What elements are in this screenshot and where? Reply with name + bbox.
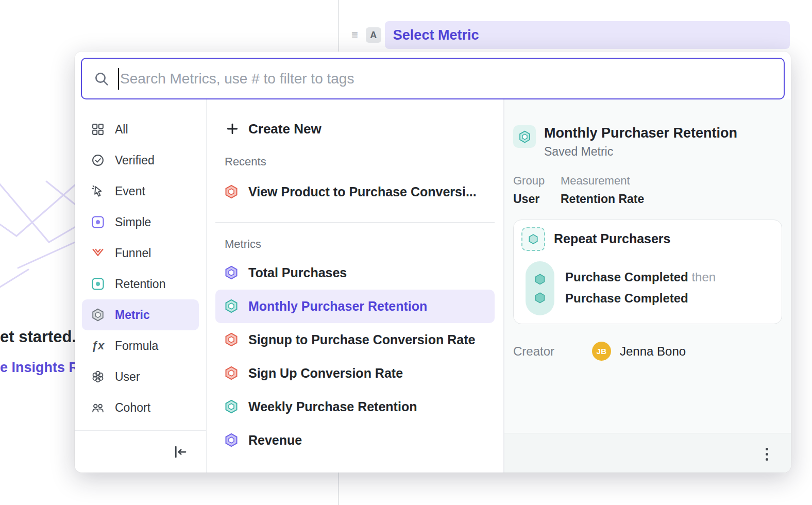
recent-metric-item[interactable]: View Product to Purchase Conversi...	[215, 174, 495, 210]
background-headline-fragment: et started.	[0, 328, 76, 346]
sidebar-item-label: Retention	[115, 277, 165, 291]
metric-item-label: Total Purchases	[248, 265, 347, 280]
red-hexagon-icon	[224, 184, 239, 199]
measurement-field: Measurement Retention Rate	[561, 174, 644, 206]
sidebar-item-label: Funnel	[115, 246, 151, 260]
sidebar-item-funnel[interactable]: Funnel	[82, 238, 199, 268]
background-link-fragment[interactable]: e Insights Re	[0, 360, 87, 376]
retention-icon	[90, 276, 106, 292]
sidebar-item-simple[interactable]: Simple	[82, 207, 199, 238]
behavior-hexagon-icon	[521, 227, 545, 251]
sidebar-item-formula[interactable]: ƒx Formula	[82, 330, 199, 361]
red-hexagon-icon	[224, 365, 239, 381]
filter-sidebar: All Verified	[75, 99, 206, 473]
preview-title-block: Monthly Purchaser Retention Saved Metric	[544, 125, 737, 159]
sidebar-item-label: Simple	[115, 215, 151, 229]
teal-hexagon-icon	[224, 399, 239, 414]
step-event-name: Purchase Completed	[565, 270, 688, 284]
sidebar-item-label: Event	[115, 184, 145, 198]
creator-row: Creator JB Jenna Bono	[513, 342, 782, 361]
metric-icon	[90, 307, 106, 323]
measurement-value: Retention Rate	[561, 192, 644, 206]
step-hexagon-icon	[534, 273, 546, 285]
funnel-icon	[90, 245, 106, 261]
group-value: User	[513, 192, 547, 206]
search-icon	[93, 71, 110, 87]
metric-item-label: Signup to Purchase Conversion Rate	[248, 332, 475, 347]
sidebar-item-label: User	[115, 370, 140, 384]
teal-hexagon-icon	[513, 125, 536, 148]
select-metric-button[interactable]: Select Metric	[385, 21, 790, 49]
metric-picker-modal: All Verified	[75, 52, 791, 473]
group-field: Group User	[513, 174, 547, 206]
verified-icon	[90, 153, 106, 168]
metric-item-label: Sign Up Conversion Rate	[248, 366, 403, 381]
metric-item-label: Weekly Purchase Retention	[248, 399, 417, 414]
create-new-button[interactable]: Create New	[215, 117, 495, 141]
sidebar-item-user[interactable]: User	[82, 361, 199, 392]
search-box[interactable]	[81, 58, 785, 99]
sidebar-item-label: Verified	[115, 154, 155, 167]
purple-hexagon-icon	[224, 432, 239, 448]
metric-item-monthly-purchaser-retention[interactable]: Monthly Purchaser Retention	[215, 290, 495, 323]
metric-item-total-purchases[interactable]: Total Purchases	[215, 256, 495, 290]
page: et started. e Insights Re ≡ A Select Met…	[0, 0, 812, 505]
step-hexagon-icon	[534, 292, 546, 304]
preview-fields: Group User Measurement Retention Rate	[513, 174, 782, 206]
create-new-label: Create New	[248, 121, 322, 137]
metric-item-revenue[interactable]: Revenue	[215, 424, 495, 457]
sidebar-item-all[interactable]: All	[82, 114, 199, 145]
definition-step-1: Purchase Completed then	[565, 270, 716, 284]
sidebar-item-verified[interactable]: Verified	[82, 145, 199, 176]
sidebar-item-cohort[interactable]: Cohort	[82, 392, 199, 423]
creator-name: Jenna Bono	[620, 344, 686, 359]
metric-preview-panel: Monthly Purchaser Retention Saved Metric…	[504, 99, 791, 473]
definition-title: Repeat Purchasers	[554, 231, 671, 246]
series-a-badge: A	[366, 27, 381, 43]
sidebar-item-label: Metric	[115, 308, 150, 322]
formula-icon: ƒx	[90, 338, 106, 354]
sidebar-item-label: Cohort	[115, 401, 150, 415]
drag-handle-icon[interactable]: ≡	[351, 29, 358, 41]
sidebar-item-event[interactable]: Event	[82, 176, 199, 207]
creator-avatar: JB	[592, 342, 611, 361]
search-input[interactable]	[120, 71, 776, 87]
funnel-steps-pill	[526, 261, 554, 315]
more-options-button[interactable]	[765, 447, 769, 462]
step-event-name: Purchase Completed	[565, 291, 688, 305]
collapse-sidebar-button[interactable]	[169, 441, 192, 463]
red-hexagon-icon	[224, 332, 239, 347]
creator-label: Creator	[513, 344, 592, 359]
grid-icon	[90, 122, 106, 137]
cohort-icon	[90, 400, 106, 415]
definition-step-2: Purchase Completed	[565, 291, 688, 306]
preview-footer	[504, 433, 791, 473]
metric-item-label: Revenue	[248, 433, 302, 448]
metric-item-weekly-purchase-retention[interactable]: Weekly Purchase Retention	[215, 390, 495, 424]
preview-metric-title: Monthly Purchaser Retention	[544, 125, 737, 141]
user-flower-icon	[90, 369, 106, 384]
sidebar-item-metric[interactable]: Metric	[82, 299, 199, 330]
modal-columns: All Verified	[75, 99, 791, 473]
measurement-label: Measurement	[561, 174, 644, 188]
select-metric-label: Select Metric	[393, 27, 479, 43]
group-label: Group	[513, 174, 547, 188]
step-connector: then	[691, 270, 716, 284]
preview-header: Monthly Purchaser Retention Saved Metric	[513, 125, 782, 159]
metric-item-label: Monthly Purchaser Retention	[248, 299, 427, 314]
metric-item-signup-to-purchase-conversion-rate[interactable]: Signup to Purchase Conversion Rate	[215, 323, 495, 357]
event-icon	[90, 183, 106, 199]
sidebar-footer	[75, 430, 206, 473]
metric-definition-card: Repeat Purchasers Purchase Completed the…	[513, 220, 782, 324]
purple-hexagon-icon	[224, 265, 239, 280]
metric-list-column: Create New Recents View Product to Purch…	[206, 99, 504, 473]
preview-metric-subtitle: Saved Metric	[544, 145, 737, 159]
sidebar-item-retention[interactable]: Retention	[82, 268, 199, 299]
sidebar-item-label: All	[115, 123, 128, 137]
text-caret	[118, 68, 119, 90]
teal-hexagon-icon	[224, 298, 239, 314]
metric-item-sign-up-conversion-rate[interactable]: Sign Up Conversion Rate	[215, 357, 495, 390]
metric-item-label: View Product to Purchase Conversi...	[248, 184, 477, 199]
simple-icon	[90, 214, 106, 230]
metrics-section-header: Metrics	[225, 238, 495, 251]
